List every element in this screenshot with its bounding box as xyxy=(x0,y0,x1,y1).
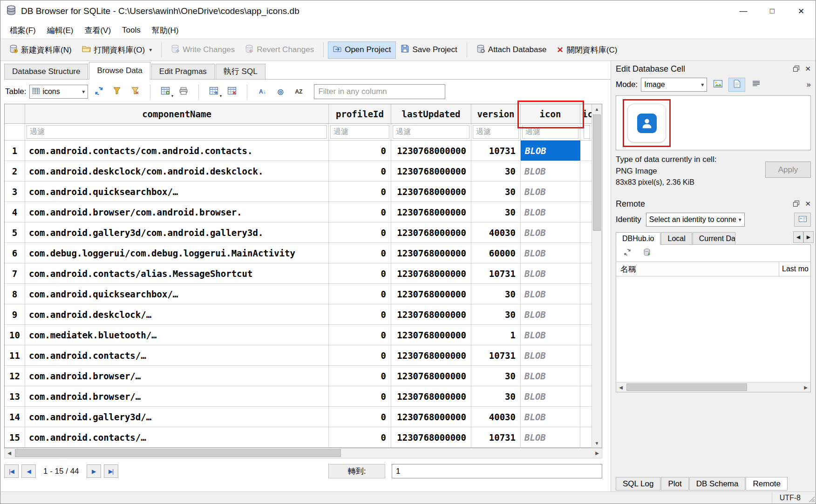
cell-component[interactable]: com.debug.loggerui/com.debug.loggerui.Ma… xyxy=(25,243,329,263)
filter-profileId[interactable]: 過濾 xyxy=(329,124,391,140)
previous-page-button[interactable]: ◀ xyxy=(21,464,36,478)
delete-record-button[interactable] xyxy=(224,85,239,99)
column-header-version[interactable]: version xyxy=(471,104,521,123)
word-wrap-button[interactable] xyxy=(748,78,763,92)
vertical-scrollbar[interactable]: ▲ ▼ xyxy=(592,104,602,448)
toolbar-overflow-icon[interactable]: » xyxy=(807,80,811,89)
table-row[interactable]: 15com.android.contacts/…0123076800000010… xyxy=(5,427,592,448)
cell-extra[interactable] xyxy=(580,161,592,181)
next-page-button[interactable]: ▶ xyxy=(87,464,101,478)
table-row[interactable]: 2com.android.deskclock/com.android.deskc… xyxy=(5,161,592,181)
filter-version[interactable]: 過濾 xyxy=(471,124,521,140)
filter-lastUpdated[interactable]: 過濾 xyxy=(391,124,471,140)
table-row[interactable]: 11com.android.contacts/…0123076800000010… xyxy=(5,345,592,366)
horizontal-scrollbar[interactable]: ◀ ▶ xyxy=(4,448,602,458)
cell-version[interactable]: 60000 xyxy=(471,243,521,263)
cell-profile[interactable]: 0 xyxy=(329,427,391,447)
cell-num[interactable]: 8 xyxy=(5,284,25,304)
cell-profile[interactable]: 0 xyxy=(329,243,391,263)
remote-list-body[interactable] xyxy=(616,276,810,382)
resize-grip-icon[interactable] xyxy=(808,496,815,502)
remote-tab-local[interactable]: Local xyxy=(661,232,692,245)
cell-num[interactable]: 6 xyxy=(5,243,25,263)
cell-version[interactable]: 10731 xyxy=(471,427,521,447)
cell-component[interactable]: com.mediatek.bluetooth/… xyxy=(25,325,329,345)
apply-button[interactable]: Apply xyxy=(765,161,811,178)
cell-profile[interactable]: 0 xyxy=(329,284,391,304)
cell-extra[interactable] xyxy=(580,304,592,324)
cell-icon[interactable]: BLOB xyxy=(521,284,580,304)
scroll-down-icon[interactable]: ▼ xyxy=(592,438,602,448)
tab-database-structure[interactable]: Database Structure xyxy=(4,64,88,80)
cell-num[interactable]: 1 xyxy=(5,141,25,161)
revert-changes-button[interactable]: Revert Changes xyxy=(240,41,319,59)
table-row[interactable]: 14com.android.gallery3d/…012307680000004… xyxy=(5,407,592,427)
dock-tab-sql-log[interactable]: SQL Log xyxy=(616,477,660,491)
close-icon[interactable]: ✕ xyxy=(787,0,816,22)
scroll-right-icon[interactable]: ▶ xyxy=(801,383,810,392)
remote-tab-current-database[interactable]: Current Dat xyxy=(693,232,735,245)
menu-tools[interactable]: Tools xyxy=(116,23,146,37)
scroll-left-icon[interactable]: ◀ xyxy=(616,383,626,392)
cell-profile[interactable]: 0 xyxy=(329,325,391,345)
dock-tab-remote[interactable]: Remote xyxy=(746,477,788,491)
cell-component[interactable]: com.android.deskclock/com.android.deskcl… xyxy=(25,161,329,181)
menu-edit[interactable]: 編輯(E) xyxy=(41,23,79,38)
table-row[interactable]: 3com.android.quicksearchbox/…01230768000… xyxy=(5,181,592,202)
cell-icon[interactable]: BLOB xyxy=(521,263,580,283)
table-row[interactable]: 10com.mediatek.bluetooth/…01230768000000… xyxy=(5,325,592,345)
table-row[interactable]: 8com.android.quicksearchbox/…01230768000… xyxy=(5,284,592,304)
cell-updated[interactable]: 1230768000000 xyxy=(391,304,471,324)
remote-horizontal-scrollbar[interactable]: ◀ ▶ xyxy=(616,382,810,392)
filter-icon-column[interactable]: 過濾 xyxy=(521,124,580,140)
column-header-lastUpdated[interactable]: lastUpdated xyxy=(391,104,471,123)
cell-updated[interactable]: 1230768000000 xyxy=(391,366,471,386)
mode-select[interactable]: Image ▾ xyxy=(641,78,707,92)
table-row[interactable]: 5com.android.gallery3d/com.android.galle… xyxy=(5,222,592,243)
cell-extra[interactable] xyxy=(580,263,592,283)
close-dock-icon[interactable]: ✕ xyxy=(805,200,811,208)
cell-icon[interactable]: BLOB xyxy=(521,141,580,161)
cell-extra[interactable] xyxy=(580,427,592,447)
cell-profile[interactable]: 0 xyxy=(329,222,391,242)
table-row[interactable]: 1com.android.contacts/com.android.contac… xyxy=(5,141,592,161)
cell-updated[interactable]: 1230768000000 xyxy=(391,263,471,283)
cell-icon[interactable]: BLOB xyxy=(521,366,580,386)
sort-az-button[interactable]: AZ xyxy=(291,85,306,99)
column-header-clipped[interactable]: ic xyxy=(580,104,592,123)
menu-file[interactable]: 檔案(F) xyxy=(4,23,41,38)
tab-scroll-right-icon[interactable]: ▶ xyxy=(803,231,814,243)
cell-component[interactable]: com.android.contacts/… xyxy=(25,427,329,447)
cell-icon[interactable]: BLOB xyxy=(521,243,580,263)
cell-version[interactable]: 30 xyxy=(471,366,521,386)
open-database-button[interactable]: 打開資料庫(O) ▾ xyxy=(77,41,157,59)
cell-version[interactable]: 1 xyxy=(471,325,521,345)
clear-filters-button[interactable] xyxy=(128,85,143,99)
cell-extra[interactable] xyxy=(580,345,592,365)
cell-component[interactable]: com.android.browser/com.android.browser. xyxy=(25,202,329,222)
cell-version[interactable]: 10731 xyxy=(471,345,521,365)
cell-extra[interactable] xyxy=(580,366,592,386)
duplicate-record-button[interactable]: ▾ xyxy=(206,85,221,99)
cell-updated[interactable]: 1230768000000 xyxy=(391,222,471,242)
cell-num[interactable]: 3 xyxy=(5,181,25,202)
cell-icon[interactable]: BLOB xyxy=(521,345,580,365)
cell-extra[interactable] xyxy=(580,181,592,202)
table-row[interactable]: 9com.android.deskclock/…0123076800000030… xyxy=(5,304,592,325)
close-database-button[interactable]: ✕ 關閉資料庫(C) xyxy=(552,41,623,59)
cell-version[interactable]: 40030 xyxy=(471,407,521,427)
cell-num[interactable]: 10 xyxy=(5,325,25,345)
cell-num[interactable]: 9 xyxy=(5,304,25,324)
cell-component[interactable]: com.android.contacts/com.android.contact… xyxy=(25,141,329,161)
column-header-componentName[interactable]: componentName xyxy=(25,104,329,123)
cell-profile[interactable]: 0 xyxy=(329,386,391,406)
cell-component[interactable]: com.android.gallery3d/… xyxy=(25,407,329,427)
import-certificate-button[interactable] xyxy=(794,213,811,227)
cell-extra[interactable] xyxy=(580,222,592,242)
cell-updated[interactable]: 1230768000000 xyxy=(391,427,471,447)
goto-record-input[interactable] xyxy=(392,464,602,478)
dock-tab-plot[interactable]: Plot xyxy=(661,477,688,491)
cell-num[interactable]: 11 xyxy=(5,345,25,365)
new-record-button[interactable]: ▾ xyxy=(158,85,173,99)
first-page-button[interactable]: |◀ xyxy=(4,464,19,478)
